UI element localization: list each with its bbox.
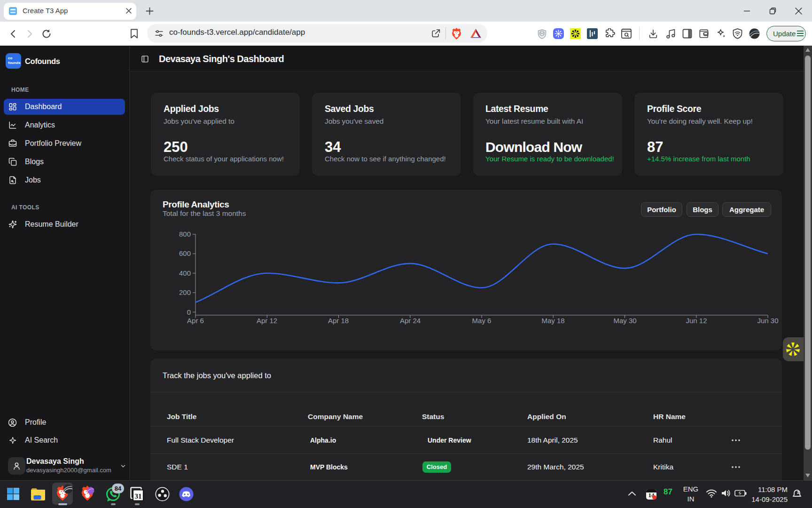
svg-text:Jun 30: Jun 30: [757, 317, 778, 325]
svg-text:400: 400: [179, 269, 191, 277]
svg-text:Apr 12: Apr 12: [257, 317, 277, 325]
svg-text:May 6: May 6: [472, 317, 492, 325]
svg-text:200: 200: [179, 288, 191, 296]
svg-text:May 30: May 30: [613, 317, 636, 325]
svg-text:800: 800: [179, 230, 191, 238]
svg-text:Apr 18: Apr 18: [328, 317, 349, 325]
svg-text:Apr 24: Apr 24: [400, 317, 421, 325]
svg-text:0: 0: [187, 308, 191, 316]
svg-text:600: 600: [179, 249, 191, 257]
svg-text:31: 31: [135, 492, 142, 500]
svg-text:Apr 6: Apr 6: [187, 317, 204, 325]
svg-text:Jun 12: Jun 12: [686, 317, 707, 325]
svg-text:May 18: May 18: [541, 317, 564, 325]
